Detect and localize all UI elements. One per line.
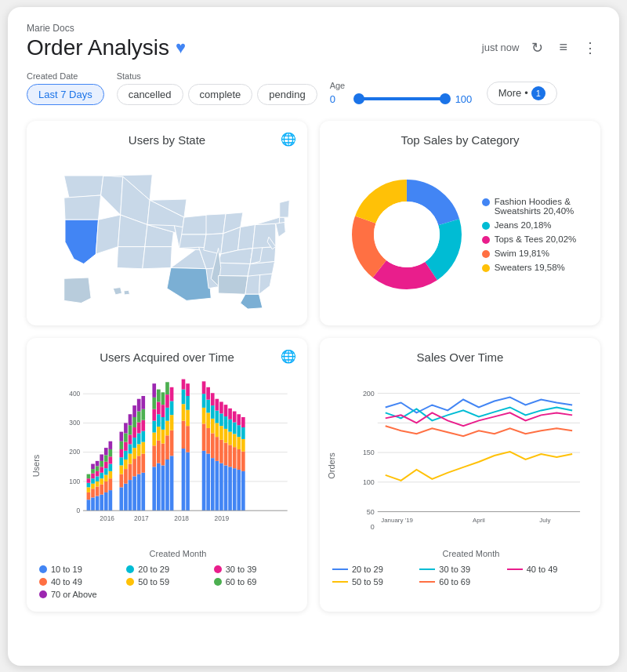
age-max-value: 100	[455, 93, 474, 105]
svg-rect-149	[211, 458, 215, 510]
globe-icon-2: 🌐	[281, 349, 296, 364]
svg-rect-47	[104, 461, 108, 467]
svg-rect-70	[124, 423, 128, 433]
age-slider-track[interactable]	[355, 97, 449, 100]
bar-legend-2: 20 to 29	[126, 565, 207, 574]
svg-rect-171	[228, 431, 232, 445]
svg-rect-163	[219, 401, 223, 413]
svg-rect-92	[141, 472, 145, 510]
status-chips: cancelled complete pending	[117, 84, 317, 105]
svg-rect-95	[141, 430, 145, 441]
pending-chip[interactable]: pending	[257, 84, 317, 105]
app-name: Marie Docs	[27, 23, 600, 34]
bar-chart-area: Users 400 300 200 100	[39, 373, 295, 558]
filter-button[interactable]: ≡	[556, 36, 571, 59]
slider-thumb-left[interactable]	[353, 93, 364, 104]
bar-dot-3	[214, 565, 222, 573]
favorite-icon[interactable]: ♥	[176, 38, 186, 58]
svg-rect-119	[165, 435, 169, 460]
svg-rect-54	[109, 456, 113, 463]
bar-dot-2	[126, 565, 134, 573]
svg-rect-186	[241, 438, 245, 451]
svg-rect-137	[186, 395, 190, 409]
complete-chip[interactable]: complete	[188, 84, 253, 105]
svg-rect-77	[129, 414, 132, 425]
svg-text:200: 200	[363, 389, 375, 397]
svg-rect-98	[141, 395, 145, 409]
svg-rect-71	[129, 480, 132, 510]
slider-thumb-right[interactable]	[440, 93, 451, 104]
svg-rect-185	[241, 451, 245, 470]
svg-text:0: 0	[77, 506, 81, 514]
svg-rect-38	[100, 478, 103, 484]
svg-text:January '19: January '19	[381, 517, 413, 524]
svg-rect-82	[132, 427, 136, 438]
svg-rect-123	[165, 382, 169, 394]
bar-legend-label-1: 10 to 19	[51, 565, 82, 574]
status-filter: Status cancelled complete pending	[117, 71, 317, 105]
svg-rect-151	[211, 418, 215, 433]
line-legend-label-3: 40 to 49	[527, 565, 558, 574]
svg-rect-145	[206, 427, 210, 453]
line-legend-label-2: 30 to 39	[439, 565, 470, 574]
top-sales-card: Top Sales by Category	[320, 121, 600, 325]
svg-rect-134	[186, 452, 190, 510]
filters-section: Created Date Last 7 Days Status cancelle…	[27, 71, 600, 105]
line-chart-svg: 200 150 100 50 0 January '19 April July	[354, 373, 588, 546]
legend-dot-4	[482, 250, 490, 258]
line-leg-3	[507, 568, 523, 570]
svg-rect-42	[100, 454, 103, 460]
svg-rect-37	[100, 484, 103, 494]
line-legend-1: 20 to 29	[332, 565, 413, 574]
svg-rect-148	[206, 387, 210, 399]
svg-rect-72	[129, 463, 132, 479]
more-icon: ⋮	[583, 39, 597, 56]
svg-rect-45	[104, 474, 108, 481]
header-actions: just now ↻ ≡ ⋮	[482, 36, 600, 60]
svg-text:300: 300	[69, 419, 80, 427]
svg-rect-135	[186, 426, 190, 452]
svg-rect-51	[109, 478, 113, 490]
svg-rect-69	[124, 433, 128, 441]
legend-label-2: Jeans 20,18%	[495, 220, 552, 230]
svg-rect-121	[165, 407, 169, 420]
svg-rect-17	[87, 492, 91, 499]
line-legend-2: 30 to 39	[419, 565, 500, 574]
last7days-chip[interactable]: Last 7 Days	[27, 84, 104, 105]
bar-legend-label-6: 60 to 69	[226, 577, 257, 587]
svg-text:50: 50	[367, 507, 375, 515]
bar-legend-label-5: 50 to 59	[138, 577, 169, 587]
svg-rect-129	[182, 449, 186, 510]
svg-text:2018: 2018	[174, 514, 189, 522]
refresh-button[interactable]: ↻	[528, 36, 546, 60]
svg-rect-131	[182, 404, 186, 420]
bar-chart-svg: 400 300 200 100 0	[61, 373, 295, 546]
svg-rect-113	[161, 443, 165, 465]
svg-rect-177	[233, 422, 237, 434]
created-date-filter: Created Date Last 7 Days	[27, 71, 104, 105]
svg-rect-18	[87, 487, 91, 492]
svg-rect-36	[100, 494, 103, 510]
bar-chart-wrap: 400 300 200 100 0	[61, 373, 295, 546]
bar-legend-1: 10 to 19	[39, 565, 120, 574]
svg-rect-33	[96, 470, 100, 476]
line-leg-4	[332, 581, 348, 583]
svg-point-5	[374, 202, 440, 267]
more-button[interactable]: More • 1	[487, 82, 557, 105]
svg-rect-141	[202, 407, 206, 423]
svg-text:400: 400	[69, 389, 80, 397]
bar-legend-6: 60 to 69	[214, 577, 295, 587]
sales-over-time-card: Sales Over Time Orders 200 150	[320, 338, 600, 612]
svg-rect-102	[152, 420, 156, 432]
users-by-state-card: Users by State 🌐	[27, 121, 307, 325]
line-leg-5	[419, 581, 435, 583]
svg-rect-21	[87, 474, 91, 478]
svg-rect-140	[202, 423, 206, 450]
more-options-button[interactable]: ⋮	[580, 36, 600, 60]
svg-rect-110	[157, 401, 161, 414]
legend-dot-3	[482, 236, 490, 244]
svg-rect-55	[109, 449, 113, 456]
more-label: More	[498, 87, 522, 99]
svg-rect-40	[100, 467, 103, 472]
cancelled-chip[interactable]: cancelled	[117, 84, 183, 105]
